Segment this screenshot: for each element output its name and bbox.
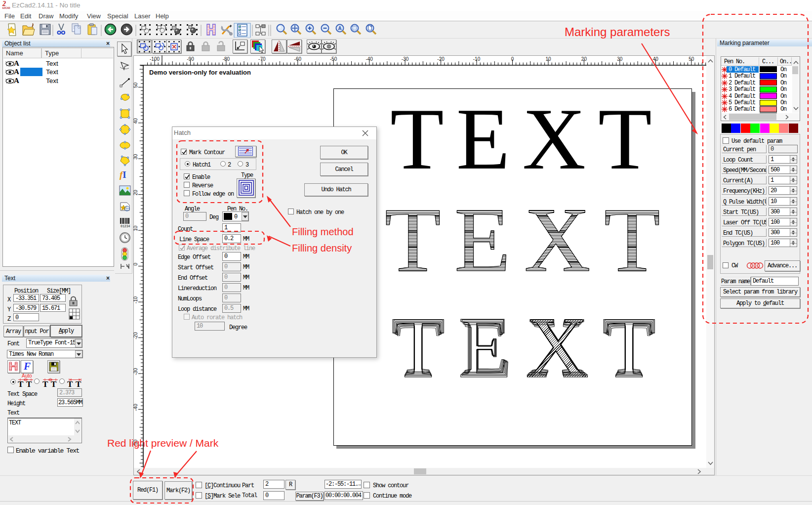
svg-text:50: 50 bbox=[133, 82, 138, 88]
svg-text:T: T bbox=[67, 379, 73, 388]
svg-text:30: 30 bbox=[133, 154, 138, 160]
svg-text:-20: -20 bbox=[133, 332, 138, 339]
svg-text:T: T bbox=[76, 379, 81, 388]
svg-text:0: 0 bbox=[133, 262, 138, 265]
svg-text:-60: -60 bbox=[294, 56, 302, 62]
svg-text:40: 40 bbox=[653, 56, 659, 62]
svg-text:-30: -30 bbox=[133, 368, 138, 375]
svg-text:-10: -10 bbox=[473, 56, 481, 62]
svg-text:40: 40 bbox=[133, 118, 138, 124]
svg-text:10: 10 bbox=[133, 225, 138, 231]
svg-text:20: 20 bbox=[133, 190, 138, 196]
svg-text:01234: 01234 bbox=[121, 225, 130, 228]
svg-text:A: A bbox=[338, 26, 342, 31]
svg-text:20: 20 bbox=[581, 56, 587, 62]
svg-text:-40: -40 bbox=[365, 56, 373, 62]
svg-text:-90: -90 bbox=[187, 56, 194, 62]
svg-text:T: T bbox=[51, 379, 57, 388]
svg-text:30: 30 bbox=[617, 56, 623, 62]
svg-text:T: T bbox=[26, 379, 32, 388]
svg-text:-40: -40 bbox=[133, 404, 138, 411]
svg-text:-30: -30 bbox=[402, 56, 409, 62]
svg-text:0: 0 bbox=[511, 56, 514, 62]
svg-text:T: T bbox=[18, 379, 24, 388]
svg-text:-20: -20 bbox=[437, 56, 445, 62]
svg-text:T: T bbox=[42, 379, 48, 388]
svg-text:-50: -50 bbox=[330, 56, 337, 62]
svg-text:-80: -80 bbox=[223, 56, 230, 62]
svg-text:-10: -10 bbox=[133, 296, 138, 303]
svg-text:10: 10 bbox=[545, 56, 551, 62]
svg-text:-70: -70 bbox=[258, 56, 266, 62]
svg-text:-100: -100 bbox=[150, 56, 160, 62]
svg-text:50: 50 bbox=[689, 56, 694, 62]
